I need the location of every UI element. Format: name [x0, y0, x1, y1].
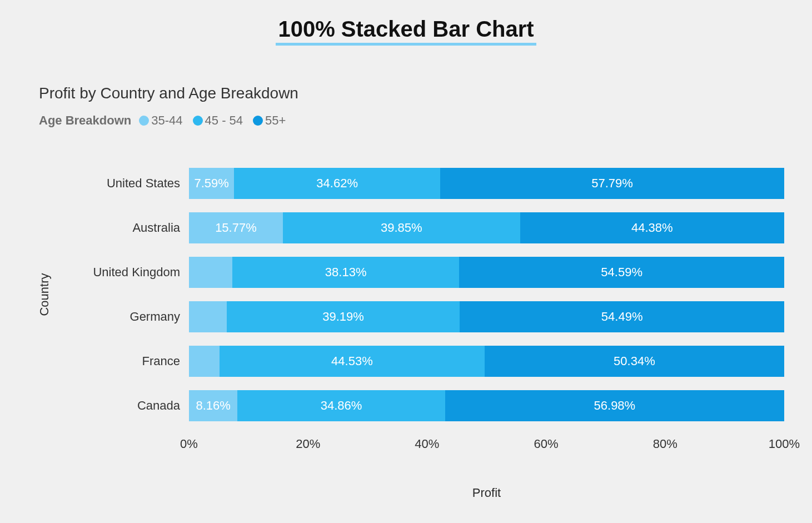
bar-3[interactable]: 39.19% 54.49% — [189, 301, 784, 332]
bar-row-4: 44.53% 50.34% — [189, 339, 784, 383]
seg-3-0 — [189, 301, 227, 332]
legend-swatch-1 — [193, 116, 203, 126]
chart-card: 100% Stacked Bar Chart Profit by Country… — [0, 0, 812, 523]
bar-row-2: 38.13% 54.59% — [189, 250, 784, 295]
y-axis-labels: United States Australia United Kingdom G… — [61, 161, 189, 428]
y-label-2: United Kingdom — [61, 250, 189, 295]
x-axis-title: Profit — [189, 486, 784, 500]
bar-1[interactable]: 15.77% 39.85% 44.38% — [189, 212, 784, 243]
seg-1-0: 15.77% — [189, 212, 283, 243]
bar-row-3: 39.19% 54.49% — [189, 295, 784, 339]
y-axis-title: Country — [37, 273, 52, 316]
y-label-1: Australia — [61, 206, 189, 250]
bar-row-0: 7.59% 34.62% 57.79% — [189, 161, 784, 206]
bar-5[interactable]: 8.16% 34.86% 56.98% — [189, 390, 784, 421]
bar-row-5: 8.16% 34.86% 56.98% — [189, 383, 784, 428]
xtick-0: 0% — [180, 437, 198, 451]
chart-subtitle: Profit by Country and Age Breakdown — [39, 84, 784, 102]
seg-2-2: 54.59% — [459, 257, 784, 288]
legend-swatch-2 — [253, 116, 263, 126]
bar-row-1: 15.77% 39.85% 44.38% — [189, 206, 784, 250]
bar-0[interactable]: 7.59% 34.62% 57.79% — [189, 168, 784, 199]
seg-4-0 — [189, 346, 220, 377]
seg-2-0 — [189, 257, 232, 288]
plot-area: 7.59% 34.62% 57.79% 15.77% 39.85% 44.38%… — [189, 161, 784, 428]
seg-3-1: 39.19% — [227, 301, 460, 332]
legend-label-1: 45 - 54 — [205, 113, 243, 128]
xtick-3: 60% — [534, 437, 559, 451]
xtick-1: 20% — [296, 437, 320, 451]
xtick-2: 40% — [415, 437, 439, 451]
seg-4-2: 50.34% — [485, 346, 784, 377]
seg-5-0: 8.16% — [189, 390, 237, 421]
title-wrap: 100% Stacked Bar Chart — [28, 17, 784, 46]
seg-5-2: 56.98% — [445, 390, 784, 421]
seg-0-2: 57.79% — [440, 168, 784, 199]
seg-0-1: 34.62% — [234, 168, 440, 199]
seg-5-1: 34.86% — [237, 390, 445, 421]
y-label-0: United States — [61, 161, 189, 206]
seg-1-2: 44.38% — [520, 212, 784, 243]
page-title: 100% Stacked Bar Chart — [276, 17, 536, 46]
legend-label-0: 35-44 — [151, 113, 182, 128]
seg-2-1: 38.13% — [232, 257, 459, 288]
xtick-5: 100% — [769, 437, 800, 451]
legend-title: Age Breakdown — [39, 113, 131, 128]
bar-2[interactable]: 38.13% 54.59% — [189, 257, 784, 288]
y-label-5: Canada — [61, 383, 189, 428]
seg-0-0: 7.59% — [189, 168, 234, 199]
y-label-4: France — [61, 339, 189, 383]
legend-item-0[interactable]: 35-44 — [139, 113, 182, 128]
y-label-3: Germany — [61, 295, 189, 339]
legend-swatch-0 — [139, 116, 149, 126]
seg-1-1: 39.85% — [283, 212, 520, 243]
legend: Age Breakdown 35-44 45 - 54 55+ — [39, 113, 784, 128]
x-axis: 0% 20% 40% 60% 80% 100% — [189, 437, 784, 459]
legend-label-2: 55+ — [265, 113, 286, 128]
legend-item-1[interactable]: 45 - 54 — [193, 113, 243, 128]
legend-item-2[interactable]: 55+ — [253, 113, 286, 128]
seg-4-1: 44.53% — [220, 346, 485, 377]
bar-4[interactable]: 44.53% 50.34% — [189, 346, 784, 377]
seg-3-2: 54.49% — [460, 301, 784, 332]
xtick-4: 80% — [653, 437, 678, 451]
chart-zone: Country United States Australia United K… — [61, 161, 784, 428]
